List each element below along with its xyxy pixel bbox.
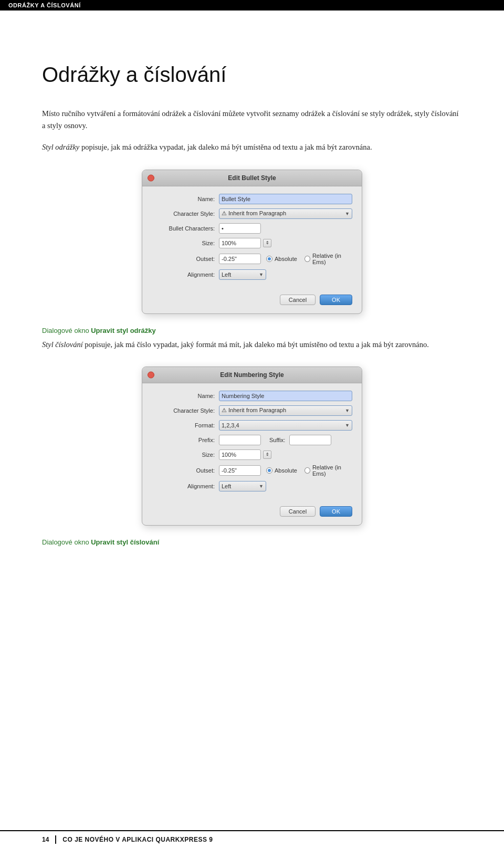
numbering-prefix-suffix-row: Prefix: Suffix: [152, 435, 352, 445]
num-radio-absolute-dot [266, 467, 272, 474]
numbering-cancel-button[interactable]: Cancel [280, 506, 316, 517]
numbering-char-style-value: ⚠ Inherit from Paragraph [222, 407, 286, 414]
bullet-char-style-label: Character Style: [152, 211, 215, 217]
bullet-radio-relative[interactable]: Relative (in Ems) [304, 253, 352, 265]
header-title: ODRÁŽKY A ČÍSLOVÁNÍ [8, 2, 81, 8]
style-description-italic: Styl odrážky [42, 143, 79, 151]
bullet-alignment-select[interactable]: Left ▼ [219, 269, 266, 280]
numbering-radio-relative[interactable]: Relative (in Ems) [304, 464, 352, 477]
bullet-dialog-buttons: Cancel OK [142, 295, 362, 305]
footer-text: CO JE NOVÉHO V APLIKACI QUARKXPRESS 9 [62, 836, 213, 843]
numbering-outset-label: Outset: [152, 467, 215, 474]
radio-relative-label: Relative (in Ems) [312, 253, 352, 265]
caption-bullet-bold: Upravit styl odrážky [91, 327, 156, 334]
bullet-char-style-select[interactable]: ⚠ Inherit from Paragraph ▼ [219, 208, 352, 219]
numbering-alignment-value: Left [222, 483, 231, 489]
numbering-ok-button[interactable]: OK [320, 506, 352, 517]
numbering-description-italic: Styl číslování [42, 340, 83, 349]
main-content: Odrážky a číslování Místo ručního vytvář… [0, 11, 504, 592]
bullet-chars-input[interactable] [219, 223, 261, 234]
bullet-chars-label: Bullet Characters: [152, 225, 215, 232]
bullet-dialog: Edit Bullet Style Name: Character Style:… [142, 170, 362, 314]
bullet-size-stepper[interactable]: ⇕ [263, 239, 271, 247]
numbering-description: Styl číslování popisuje, jak má číslo vy… [42, 339, 462, 351]
numbering-dialog-caption: Dialogové okno Upravit styl číslování [42, 538, 462, 546]
page-title: Odrážky a číslování [42, 63, 462, 87]
numbering-name-label: Name: [152, 393, 215, 399]
bullet-dialog-body: Name: Character Style: ⚠ Inherit from Pa… [142, 186, 362, 287]
num-dropdown-icon: ▼ [345, 408, 350, 413]
dropdown-icon: ▼ [345, 211, 350, 216]
bullet-outset-row: Outset: Absolute Relative (in Ems) [152, 253, 352, 265]
bullet-alignment-value: Left [222, 271, 231, 278]
numbering-format-select[interactable]: 1,2,3,4 ▼ [219, 420, 352, 431]
bullet-ok-button[interactable]: OK [320, 295, 352, 305]
numbering-char-style-label: Character Style: [152, 407, 215, 414]
page-footer: 14 CO JE NOVÉHO V APLIKACI QUARKXPRESS 9 [0, 830, 504, 848]
numbering-alignment-row: Alignment: Left ▼ [152, 481, 352, 491]
numbering-name-row: Name: [152, 391, 352, 401]
bullet-alignment-row: Alignment: Left ▼ [152, 269, 352, 280]
radio-relative-dot [304, 256, 310, 262]
intro-paragraph: Místo ručního vytváření a formátování od… [42, 108, 462, 132]
numbering-format-row: Format: 1,2,3,4 ▼ [152, 420, 352, 431]
alignment-dropdown-icon: ▼ [259, 272, 264, 277]
page-header: ODRÁŽKY A ČÍSLOVÁNÍ [0, 0, 504, 11]
bullet-name-row: Name: [152, 194, 352, 204]
caption-bullet-prefix: Dialogové okno [42, 327, 91, 334]
bullet-cancel-button[interactable]: Cancel [280, 295, 316, 305]
numbering-alignment-label: Alignment: [152, 483, 215, 489]
numbering-size-input[interactable] [219, 449, 261, 460]
numbering-suffix-label: Suffix: [269, 437, 285, 443]
bullet-dialog-wrapper: Edit Bullet Style Name: Character Style:… [42, 170, 462, 314]
bullet-alignment-label: Alignment: [152, 271, 215, 278]
num-radio-absolute-label: Absolute [275, 467, 297, 474]
style-description: Styl odrážky popisuje, jak má odrážka vy… [42, 141, 462, 153]
numbering-char-style-row: Character Style: ⚠ Inherit from Paragrap… [152, 405, 352, 416]
numbering-format-value: 1,2,3,4 [222, 422, 239, 428]
numbering-format-label: Format: [152, 422, 215, 428]
bullet-size-label: Size: [152, 240, 215, 246]
bullet-name-input[interactable] [219, 194, 352, 204]
bullet-size-input[interactable] [219, 238, 261, 248]
numbering-outset-radio-group: Absolute Relative (in Ems) [266, 464, 352, 477]
numbering-outset-row: Outset: Absolute Relative (in Ems) [152, 464, 352, 477]
numbering-close-button[interactable] [148, 371, 154, 378]
numbering-dialog-title: Edit Numbering Style [220, 371, 284, 379]
caption-numbering-prefix: Dialogové okno [42, 538, 91, 546]
numbering-suffix-input[interactable] [289, 435, 331, 445]
numbering-prefix-input[interactable] [219, 435, 261, 445]
num-alignment-dropdown-icon: ▼ [259, 484, 264, 489]
bullet-dialog-title: Edit Bullet Style [228, 174, 276, 182]
footer-separator [55, 835, 56, 844]
bullet-size-row: Size: ⇕ [152, 238, 352, 248]
numbering-char-style-select[interactable]: ⚠ Inherit from Paragraph ▼ [219, 405, 352, 416]
numbering-radio-absolute[interactable]: Absolute [266, 467, 297, 474]
numbering-outset-input[interactable] [219, 465, 261, 476]
bullet-name-label: Name: [152, 196, 215, 202]
bullet-char-style-value: ⚠ Inherit from Paragraph [222, 210, 286, 217]
numbering-dialog-titlebar: Edit Numbering Style [142, 367, 362, 383]
numbering-size-row: Size: ⇕ [152, 449, 352, 460]
bullet-dialog-titlebar: Edit Bullet Style [142, 170, 362, 186]
bullet-radio-absolute[interactable]: Absolute [266, 256, 297, 262]
numbering-alignment-select[interactable]: Left ▼ [219, 481, 266, 491]
numbering-size-controls: ⇕ [219, 449, 271, 460]
bullet-outset-input[interactable] [219, 254, 261, 264]
close-button[interactable] [148, 174, 154, 181]
radio-absolute-label: Absolute [275, 256, 297, 262]
bullet-char-style-row: Character Style: ⚠ Inherit from Paragrap… [152, 208, 352, 219]
num-radio-relative-label: Relative (in Ems) [312, 464, 352, 477]
numbering-prefix-label: Prefix: [152, 437, 215, 443]
style-description-text: popisuje, jak má odrážka vypadat, jak da… [81, 143, 372, 151]
numbering-description-text: popisuje, jak má číslo vypadat, jaký for… [83, 340, 429, 349]
bullet-outset-radio-group: Absolute Relative (in Ems) [266, 253, 352, 265]
numbering-size-stepper[interactable]: ⇕ [263, 451, 271, 459]
numbering-dialog-buttons: Cancel OK [142, 506, 362, 517]
bullet-dialog-caption: Dialogové okno Upravit styl odrážky [42, 327, 462, 334]
bullet-size-controls: ⇕ [219, 238, 271, 248]
numbering-name-input[interactable] [219, 391, 352, 401]
radio-absolute-dot [266, 256, 272, 262]
numbering-dialog-body: Name: Character Style: ⚠ Inherit from Pa… [142, 383, 362, 499]
format-dropdown-icon: ▼ [345, 423, 350, 428]
